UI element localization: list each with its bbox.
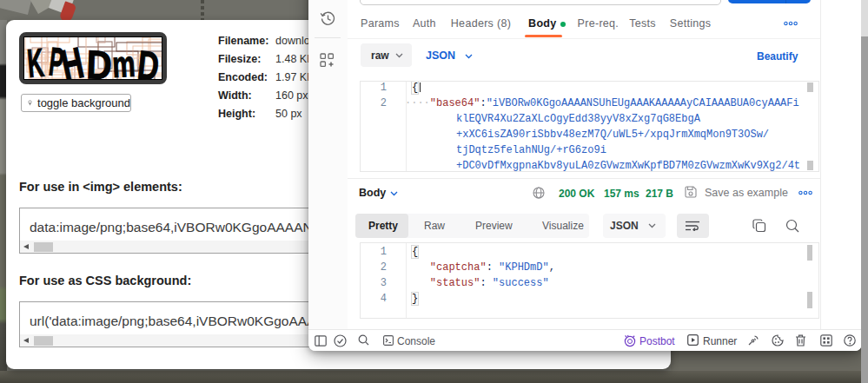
svg-text:K: K — [25, 40, 45, 80]
svg-text:m: m — [111, 43, 136, 80]
svg-text:D: D — [86, 43, 113, 80]
svg-text:D: D — [136, 43, 161, 80]
